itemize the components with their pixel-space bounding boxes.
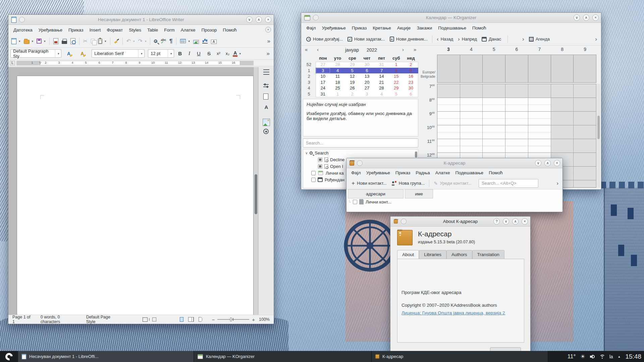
menu-item[interactable]: Table	[144, 25, 161, 35]
agenda-time-cell[interactable]	[460, 112, 483, 125]
addressbook-row-personal[interactable]: └ Лични конт...	[348, 199, 391, 204]
menu-item[interactable]: Датотека	[10, 25, 36, 35]
prev-month-button[interactable]: ‹	[317, 47, 319, 52]
agenda-time-cell[interactable]	[574, 139, 596, 153]
insert-textbox-button[interactable]: A	[209, 37, 218, 45]
column-header-addressbooks[interactable]: адресари	[348, 189, 404, 198]
tree-scrollbar-thumb[interactable]	[415, 152, 417, 158]
calendar-day-cell[interactable]: 1	[330, 91, 345, 97]
menu-item[interactable]: Акције	[394, 23, 414, 33]
checkbox[interactable]	[318, 158, 322, 162]
taskbar-clock[interactable]: 15:48	[625, 353, 641, 360]
sidebar-navigator-icon[interactable]	[263, 129, 269, 134]
prev-year-button[interactable]: «	[305, 47, 308, 52]
scrollbar-thumb[interactable]	[255, 174, 257, 214]
mini-calendar-grid[interactable]: 5227282930311213456789210111213141516317…	[302, 62, 419, 97]
toolbar-overflow-button[interactable]: ›	[595, 36, 597, 43]
new-group-button[interactable]: Нова група...	[389, 179, 427, 187]
next-year-button[interactable]: »	[414, 47, 416, 52]
menu-item[interactable]: Приказ	[349, 23, 370, 33]
expander-icon[interactable]: ∨	[305, 151, 308, 155]
calendar-day-cell[interactable]: 4	[374, 91, 389, 97]
menu-item[interactable]: Закажи	[414, 23, 435, 33]
sidebar-styles-icon[interactable]: A	[263, 104, 270, 112]
agenda-view-button[interactable]: Агенда	[527, 35, 552, 43]
calendar-day-cell[interactable]: 6	[360, 68, 374, 74]
agenda-time-cell[interactable]	[528, 84, 551, 98]
calendar-day-cell[interactable]: 29	[389, 85, 404, 91]
agenda-time-cell[interactable]	[551, 84, 574, 98]
calendar-day-cell[interactable]: 30	[404, 85, 418, 91]
calendar-day-cell[interactable]: 30	[360, 62, 374, 68]
paragraph-style-combo[interactable]: Default Paragraph Sty ▾	[10, 49, 61, 58]
find-replace-button[interactable]: a	[152, 38, 159, 44]
agenda-day-header[interactable]: 7	[528, 47, 551, 54]
menu-item[interactable]: Подешавање	[452, 169, 486, 177]
zoom-in-icon[interactable]: +	[252, 317, 255, 322]
agenda-time-cell[interactable]	[574, 125, 596, 139]
menu-item[interactable]: Styles	[126, 25, 144, 35]
sidebar-properties-icon[interactable]	[263, 83, 270, 88]
agenda-time-cell[interactable]	[437, 112, 460, 125]
toolbar2-overflow-button[interactable]: »	[267, 50, 270, 57]
checkbox[interactable]	[318, 164, 322, 169]
status-page-count[interactable]: Page 1 of 1	[8, 315, 37, 324]
weather-temperature[interactable]: 11°	[568, 353, 576, 360]
tab-about[interactable]: About	[397, 250, 419, 259]
new-event-button[interactable]: Нови догађај...	[304, 35, 345, 43]
writer-titlebar[interactable]: Несачуван документ 1 - LibreOffice Write…	[8, 15, 274, 25]
maximize-button[interactable]: ∧	[256, 16, 262, 23]
tray-expand-icon[interactable]: ▲	[618, 355, 621, 358]
calendar-day-cell[interactable]: 5	[345, 68, 360, 74]
network-wifi-icon[interactable]	[599, 355, 605, 359]
toolbar-overflow-button[interactable]: ›	[556, 180, 558, 187]
status-word-count[interactable]: 0 words, 0 characters	[37, 315, 82, 324]
all-day-cell[interactable]	[528, 55, 551, 82]
sidebar-settings-icon[interactable]	[263, 69, 269, 75]
agenda-time-cell[interactable]	[574, 153, 596, 166]
multi-page-view-icon[interactable]	[188, 317, 192, 322]
single-page-view-icon[interactable]	[180, 317, 183, 322]
paste-button[interactable]: ▾	[96, 37, 108, 45]
agenda-time-cell[interactable]	[483, 98, 505, 111]
all-day-cell[interactable]	[483, 55, 505, 82]
agenda-time-cell[interactable]	[551, 112, 574, 125]
menu-item[interactable]: Алатке	[178, 25, 199, 35]
menu-item[interactable]: Помоћ	[486, 169, 505, 177]
calendar-day-cell[interactable]: 17	[316, 79, 330, 85]
calendar-day-cell[interactable]: 3	[360, 91, 374, 97]
calendar-day-cell[interactable]: 24	[316, 85, 330, 91]
calendar-day-cell[interactable]: 13	[360, 73, 374, 79]
tab-authors[interactable]: Authors	[446, 250, 472, 259]
agenda-time-cell[interactable]	[551, 125, 574, 139]
today-button[interactable]: Данас	[479, 35, 503, 43]
new-style-button[interactable]: A	[76, 49, 88, 58]
calendar-search-input[interactable]: Search...	[303, 138, 418, 147]
agenda-day-header[interactable]: 4	[460, 47, 483, 54]
maximize-button[interactable]: ∧	[512, 218, 519, 225]
calendar-day-cell[interactable]: 4	[330, 68, 345, 74]
agenda-time-cell[interactable]	[460, 98, 483, 111]
spellcheck-button[interactable]: abc✓	[159, 37, 168, 45]
maximize-button[interactable]: ∧	[544, 160, 551, 166]
calendar-day-cell[interactable]: 19	[345, 79, 360, 85]
help-button[interactable]: ?	[493, 218, 500, 225]
task-kaddressbook[interactable]: К-адресар	[372, 351, 548, 362]
agenda-time-cell[interactable]	[574, 112, 596, 125]
agenda-time-cell[interactable]	[505, 112, 528, 125]
agenda-day-header[interactable]: 3	[437, 47, 460, 54]
agenda-time-cell[interactable]	[460, 84, 483, 98]
calendar-day-cell[interactable]: 1	[389, 62, 404, 68]
audio-volume-icon[interactable]	[590, 355, 595, 359]
calendar-day-cell[interactable]: 5	[389, 91, 404, 97]
menu-item[interactable]: Уређивање	[319, 23, 349, 33]
menu-item[interactable]: Фајл	[348, 169, 364, 177]
document-close-icon[interactable]: ×	[265, 27, 271, 33]
new-contact-button[interactable]: +Нови контакт...	[349, 178, 389, 188]
font-color-dropdown[interactable]: ▾	[239, 52, 241, 55]
calendar-day-cell[interactable]: 29	[345, 62, 360, 68]
insert-image-button[interactable]	[192, 37, 201, 45]
zoom-slider-handle[interactable]	[230, 317, 232, 321]
tree-item-search[interactable]: ∨ Search	[303, 149, 418, 156]
calendar-day-cell[interactable]: 27	[360, 85, 374, 91]
